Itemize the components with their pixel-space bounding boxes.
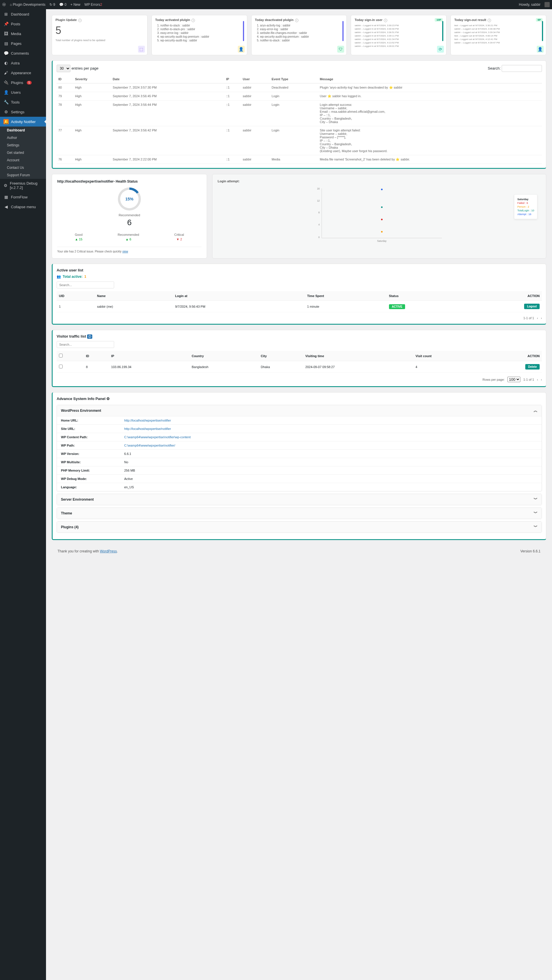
table-row: WP Multisite:No — [57, 458, 542, 466]
table-row: Home URL:http://localhost/wpxpertise/not… — [57, 416, 542, 425]
wpenv-table: Home URL:http://localhost/wpxpertise/not… — [57, 416, 542, 491]
next-icon[interactable]: › — [541, 378, 542, 381]
activated-list: notifier-to-slack : sabbirnotifier-to-sl… — [161, 24, 243, 42]
sidebar-item-users[interactable]: 👤Users — [0, 88, 46, 97]
refresh-icon[interactable]: ↻ 9 — [49, 3, 55, 6]
delete-button[interactable]: Delete — [525, 364, 540, 369]
sub-supportforum[interactable]: Support Forum — [0, 171, 46, 179]
search-input[interactable] — [502, 65, 542, 72]
shield-icon: 🛡 — [337, 46, 344, 52]
info-icon[interactable]: i — [488, 19, 491, 22]
sub-getstarted[interactable]: Get started — [0, 149, 46, 156]
sidebar-item-freemius[interactable]: ⚙Freemius Debug [v.2.7.2] — [0, 179, 46, 192]
acc-plugins: Plugins (4)︾ — [57, 521, 542, 533]
admin-sidebar: ⊞Dashboard 📌Posts 🖾Media ▤Pages 💬Comment… — [0, 9, 46, 980]
logout-button[interactable]: Logout — [524, 304, 540, 309]
slider-icon: ⚙ — [3, 109, 9, 115]
rpp-select[interactable]: 100 — [507, 377, 520, 382]
chevron-up-icon: ︽ — [534, 408, 538, 413]
sub-dashboard[interactable]: Dashboard — [0, 127, 46, 134]
sub-contactus[interactable]: Contact Us — [0, 164, 46, 171]
sub-settings[interactable]: Settings — [0, 142, 46, 149]
search-label: Search: — [488, 66, 501, 70]
sidebar-item-appearance[interactable]: 🖌Appearance — [0, 68, 46, 78]
health-donut: 15% — [118, 188, 141, 210]
card-signout: Today sign-out result i 6P test – Logged… — [450, 15, 546, 55]
sub-account[interactable]: Account — [0, 156, 46, 164]
main-content: Plugin Update i 5 Total number of plugin… — [46, 9, 552, 980]
sidebar-item-activity-notifier[interactable]: 🔔Activity Notifier — [0, 117, 46, 127]
active-search-input[interactable] — [57, 282, 114, 288]
login-chart: 16 12 8 4 0 Saturday — [218, 186, 541, 243]
sidebar-submenu: Dashboard Author Settings Get started Ac… — [0, 127, 46, 179]
plug-icon: 🔌 — [3, 80, 9, 85]
col-id[interactable]: ID — [57, 75, 73, 83]
info-icon[interactable]: i — [191, 19, 195, 22]
rec-val: ▲ 6 — [118, 237, 139, 241]
col-user[interactable]: User — [241, 75, 270, 83]
col-ip[interactable]: IP — [224, 75, 241, 83]
user-icon: 👤 — [238, 46, 245, 52]
info-badge-icon[interactable]: ⓘ — [87, 334, 92, 339]
rec-num: 6 — [57, 218, 202, 227]
sidebar-item-comments[interactable]: 💬Comments — [0, 48, 46, 58]
comments-icon[interactable]: 💬 0 — [59, 3, 67, 6]
sidebar-item-plugins[interactable]: 🔌Plugins5 — [0, 78, 46, 88]
next-icon[interactable]: › — [541, 316, 542, 320]
new-link[interactable]: + New — [70, 3, 80, 6]
table-row: 79HighSeptember 7, 2024 3:56:45 PM::1sab… — [57, 92, 542, 101]
table-row: 77HighSeptember 7, 2024 3:56:42 PM::1sab… — [57, 126, 542, 155]
acc-plugins-header[interactable]: Plugins (4)︾ — [57, 522, 542, 533]
sidebar-collapse[interactable]: ◀Collapse menu — [0, 202, 46, 212]
sidebar-item-dashboard[interactable]: ⊞Dashboard — [0, 9, 46, 19]
svg-text:4: 4 — [318, 223, 320, 226]
sidebar-item-tools[interactable]: 🔧Tools — [0, 97, 46, 107]
col-date[interactable]: Date — [111, 75, 224, 83]
sidebar-item-formflow[interactable]: ▦FormFlow — [0, 192, 46, 202]
acc-wpenv-header[interactable]: WordPress Environment︽ — [57, 405, 542, 416]
gear-icon: ⚙ — [3, 183, 8, 188]
wp-errors-link[interactable]: WP Errors2 — [84, 3, 102, 6]
chart-legend: Saturday Failed : 6 Person : 2 TotalLogi… — [514, 194, 537, 219]
prev-icon[interactable]: ‹ — [537, 316, 538, 320]
user-icon: 👤 — [537, 46, 544, 52]
svg-text:16: 16 — [317, 188, 320, 190]
wp-logo-icon[interactable]: ⓦ — [2, 2, 6, 7]
chevron-down-icon: ︾ — [534, 525, 538, 530]
chevron-down-icon: ︾ — [534, 497, 538, 502]
row-checkbox[interactable] — [59, 364, 63, 368]
acc-theme-header[interactable]: Theme︾ — [57, 508, 542, 519]
deactivated-list: aryo-activity-log : sabbireasy-error-log… — [260, 24, 343, 42]
select-all-checkbox[interactable] — [59, 354, 63, 358]
svg-point-8 — [381, 207, 382, 208]
log-table: ID Severity Date IP User Event Type Mess… — [57, 75, 542, 164]
prev-icon[interactable]: ‹ — [537, 378, 538, 381]
good-val: ▲ 15 — [75, 237, 83, 241]
sidebar-item-pages[interactable]: ▤Pages — [0, 38, 46, 48]
entries-select[interactable]: 30 — [57, 65, 70, 72]
sidebar-item-astra[interactable]: ◐Astra — [0, 58, 46, 68]
howdy-label[interactable]: Howdy, sabbir — [519, 3, 541, 6]
info-icon[interactable]: i — [384, 19, 387, 22]
visitor-search-input[interactable] — [57, 341, 114, 348]
health-title: http://localhost/wpxpertise/notifier- He… — [57, 180, 202, 183]
sub-author[interactable]: Author — [0, 134, 46, 142]
wrench-icon: 🔧 — [3, 100, 9, 105]
update-note: Total number of plugins need to be updat… — [56, 39, 144, 42]
svg-point-9 — [381, 219, 382, 220]
sidebar-item-media[interactable]: 🖾Media — [0, 29, 46, 38]
home-icon[interactable]: ⌂ Plugin Developments — [10, 3, 45, 6]
wp-link[interactable]: WordPress — [100, 549, 117, 553]
col-message[interactable]: Message — [318, 75, 542, 83]
sysinfo-panel: Advance System Info Panel ⚙ WordPress En… — [52, 392, 546, 540]
col-severity[interactable]: Severity — [73, 75, 111, 83]
info-icon[interactable]: i — [295, 19, 298, 22]
chevron-down-icon: ︾ — [534, 511, 538, 516]
acc-server-header[interactable]: Server Environment︾ — [57, 494, 542, 505]
sidebar-item-posts[interactable]: 📌Posts — [0, 19, 46, 29]
col-event[interactable]: Event Type — [270, 75, 318, 83]
info-icon[interactable]: i — [78, 19, 82, 22]
avatar-icon[interactable] — [544, 2, 550, 7]
health-view-link[interactable]: view — [122, 250, 128, 253]
sidebar-item-settings[interactable]: ⚙Settings — [0, 107, 46, 117]
